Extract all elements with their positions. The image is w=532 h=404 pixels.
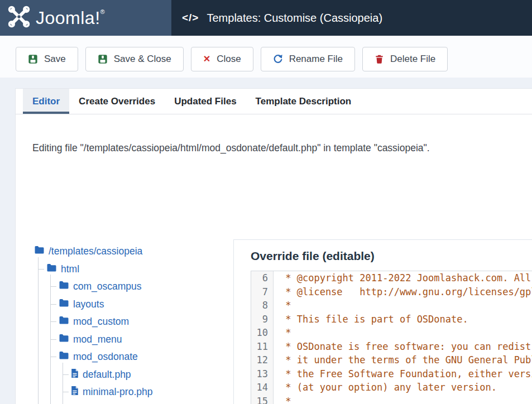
line-number: 13: [251, 367, 274, 381]
code-line: 12 * it under the terms of the GNU Gener…: [251, 353, 532, 367]
code-line: 13 * the Free Software Foundation, eithe…: [251, 367, 532, 381]
code-text: *: [274, 299, 291, 312]
code-line: 7 * @license http://www.gnu.org/licenses…: [251, 285, 532, 299]
tree-item-label: html: [61, 263, 79, 275]
code-icon: </>: [182, 12, 199, 24]
line-number: 7: [251, 285, 274, 299]
tree-node: /templates/cassiopeia html com_oscampus …: [34, 243, 229, 401]
code-text: * OSDonate is free software: you can red…: [274, 340, 532, 354]
tree-item-mod-menu[interactable]: mod_menu: [59, 331, 229, 349]
line-number: 8: [251, 299, 274, 312]
button-label: Save: [44, 54, 66, 65]
code-line: 9 * This file is part of OSDonate.: [251, 312, 532, 326]
save-and-close-button[interactable]: Save & Close: [85, 47, 184, 71]
tree-item-label: mod_custom: [73, 316, 129, 328]
save-icon: [98, 54, 108, 64]
tree-node: mod_custom: [59, 313, 229, 331]
code-text: * @copyright 2011-2022 Joomlashack.com. …: [274, 271, 532, 285]
brand-text: Joomla!®: [36, 9, 105, 27]
folder-icon: [59, 299, 69, 310]
code-text: *: [274, 326, 291, 340]
code-line: 11 * OSDonate is free software: you can …: [251, 340, 532, 354]
joomla-logo-icon: [7, 21, 31, 30]
tree-item-label: minimal-pro.php: [83, 386, 152, 398]
tree-node: layouts: [59, 296, 229, 314]
tree-item-html[interactable]: html: [46, 261, 229, 278]
tree-item-label: com_oscampus: [73, 281, 142, 292]
line-number: 11: [251, 340, 274, 354]
tree-node: mod_osdonate default.php minimal-pro.php: [59, 348, 229, 401]
rename-file-button[interactable]: Rename File: [261, 47, 355, 71]
code-line: 15 *: [251, 395, 532, 404]
code-line: 14 * (at your option) any later version.: [251, 381, 532, 395]
code-text: * This file is part of OSDonate.: [274, 312, 468, 326]
line-number: 14: [251, 381, 274, 395]
folder-icon: [59, 334, 69, 345]
tab-bar: EditorCreate OverridesUpdated FilesTempl…: [16, 89, 532, 114]
button-label: Close: [217, 54, 241, 65]
file-tree: /templates/cassiopeia html com_oscampus …: [34, 243, 229, 401]
tab-create-overrides[interactable]: Create Overrides: [69, 89, 165, 114]
tree-item-mod-custom[interactable]: mod_custom: [59, 313, 229, 331]
folder-icon: [59, 316, 69, 328]
close-icon: ✕: [203, 54, 210, 65]
registered-mark: ®: [100, 8, 106, 15]
sync-icon: [273, 54, 283, 64]
code-line: 6 * @copyright 2011-2022 Joomlashack.com…: [251, 271, 532, 285]
content-card: EditorCreate OverridesUpdated FilesTempl…: [15, 88, 532, 404]
file-icon: [71, 368, 79, 381]
tree-item-label: layouts: [73, 299, 104, 310]
code-text: * the Free Software Foundation, either v…: [274, 367, 532, 381]
code-text: * it under the terms of the GNU General …: [274, 353, 532, 367]
code-editor[interactable]: 6 * @copyright 2011-2022 Joomlashack.com…: [251, 271, 532, 404]
folder-icon: [59, 281, 69, 292]
tree-item-com-oscampus[interactable]: com_oscampus: [59, 278, 229, 296]
toolbar: Save Save & Close✕Close Rename File Dele…: [0, 36, 532, 78]
code-text: * @license http://www.gnu.org/licenses/g…: [274, 285, 532, 299]
tree-item-layouts[interactable]: layouts: [59, 296, 229, 314]
code-text: * (at your option) any later version.: [274, 381, 497, 395]
tree-item-label: /templates/cassiopeia: [49, 246, 142, 257]
file-icon: [71, 386, 79, 398]
code-line: 10 *: [251, 326, 532, 340]
folder-icon: [46, 263, 57, 275]
editor-panel: Override file (editable) 6 * @copyright …: [233, 239, 532, 404]
line-number: 10: [251, 326, 274, 340]
tree-item-label: mod_menu: [73, 334, 122, 345]
save-button[interactable]: Save: [16, 47, 78, 71]
folder-icon: [59, 351, 69, 363]
tree-node: com_oscampus: [59, 278, 229, 296]
tab-updated-files[interactable]: Updated Files: [165, 89, 246, 114]
button-label: Rename File: [289, 54, 343, 65]
close-button[interactable]: ✕Close: [191, 47, 253, 71]
tab-editor[interactable]: Editor: [23, 89, 69, 114]
tree-node: html com_oscampus layouts mod_custom mod…: [46, 261, 229, 401]
line-number: 15: [251, 395, 274, 404]
tree-item-templates-cassiopeia[interactable]: /templates/cassiopeia: [34, 243, 229, 261]
editing-note: Editing file "/templates/cassiopeia/html…: [32, 142, 430, 154]
folder-icon: [34, 246, 45, 257]
save-icon: [28, 54, 38, 64]
tree-item-mod-osdonate[interactable]: mod_osdonate: [59, 348, 229, 366]
tree-item-default-php[interactable]: default.php: [71, 366, 229, 384]
tree-node: default.php: [71, 366, 229, 384]
header-title-bar: </> Templates: Customise (Cassiopeia): [171, 0, 532, 36]
trash-icon: [375, 54, 384, 64]
button-label: Save & Close: [114, 54, 171, 65]
page-title: Templates: Customise (Cassiopeia): [207, 12, 382, 25]
delete-file-button[interactable]: Delete File: [362, 47, 448, 71]
tab-template-description[interactable]: Template Description: [246, 89, 361, 114]
button-label: Delete File: [390, 54, 435, 65]
line-number: 12: [251, 353, 274, 367]
code-line: 8 *: [251, 299, 532, 312]
tree-item-label: default.php: [83, 369, 131, 381]
tree-item-label: mod_osdonate: [73, 351, 138, 363]
tree-node: minimal-pro.php: [71, 383, 229, 401]
tree-item-minimal-pro-php[interactable]: minimal-pro.php: [71, 383, 229, 401]
line-number: 9: [251, 312, 274, 326]
line-number: 6: [251, 271, 274, 285]
panel-title: Override file (editable): [251, 249, 532, 263]
tree-node: mod_menu: [59, 331, 229, 349]
header-brand[interactable]: Joomla!®: [0, 0, 171, 36]
code-text: *: [274, 395, 291, 404]
